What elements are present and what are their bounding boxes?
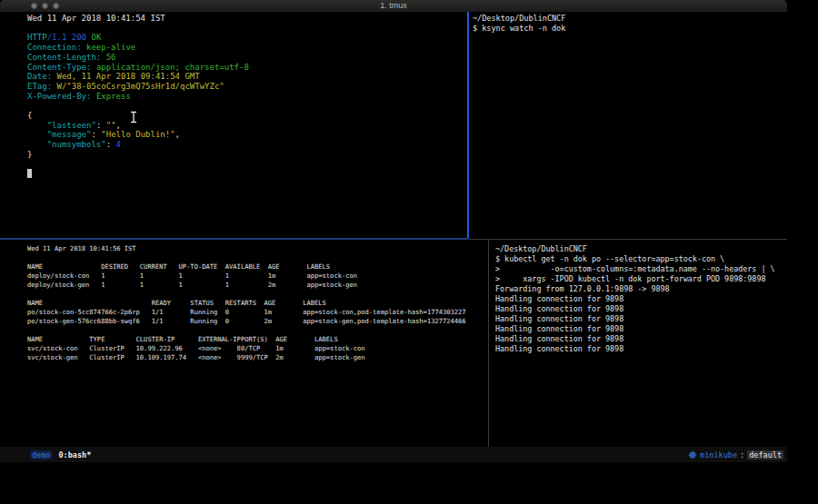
terminal-line	[27, 253, 487, 262]
status-left: demo 0:bash*	[30, 450, 91, 460]
terminal-line: {	[27, 111, 467, 121]
window-tab-bash[interactable]: 0:bash*	[58, 450, 91, 460]
terminal-line: Date: Wed, 11 Apr 2018 09:41:54 GMT	[27, 72, 467, 82]
terminal-line	[27, 290, 487, 299]
pane-divider-vertical-bottom[interactable]	[488, 240, 489, 447]
mouse-text-cursor-icon	[129, 110, 139, 123]
terminal-line: svc/stock-gen ClusterIP 10.109.197.74 <n…	[27, 353, 487, 362]
terminal-window: 1. tmux Wed 11 Apr 2018 10:41:54 IST HTT…	[0, 0, 787, 462]
terminal-line	[27, 169, 467, 179]
window-titlebar[interactable]: 1. tmux	[0, 0, 787, 13]
terminal-line: ~/Desktop/DublinCNCF	[495, 244, 784, 254]
context-separator: :	[740, 450, 744, 460]
terminal-line: po/stock-gen-576cc688bb-swqf6 1/1 Runnin…	[27, 317, 487, 326]
terminal-line: X-Powered-By: Express	[27, 92, 467, 102]
terminal-line: svc/stock-con ClusterIP 10.99.222.96 <no…	[27, 344, 487, 353]
terminal-line: Handling connection for 9898	[495, 314, 784, 324]
terminal-line: "lastseen": "",	[27, 121, 467, 131]
terminal-line: NAME DESIRED CURRENT UP-TO-DATE AVAILABL…	[27, 262, 487, 272]
terminal-line: po/stock-con-5cc874766c-2p6rp 1/1 Runnin…	[27, 308, 487, 317]
pane-divider-vertical-top[interactable]	[467, 12, 469, 239]
tmux-status-bar: demo 0:bash* minikube : default	[0, 447, 787, 462]
terminal-line: Connection: keep-alive	[27, 43, 467, 53]
terminal-line	[27, 24, 467, 34]
pane-top-left-http-response[interactable]: Wed 11 Apr 2018 10:41:54 IST HTTP/1.1 20…	[27, 14, 467, 179]
terminal-line: Handling connection for 9898	[495, 324, 784, 334]
terminal-line: > xargs -IPOD kubectl -n dok port-forwar…	[495, 274, 784, 284]
terminal-line	[27, 326, 487, 335]
terminal-line: "message": "Hello Dublin!",	[27, 130, 467, 140]
terminal-line: $ ksync watch -n dok	[473, 24, 782, 34]
terminal-line: Wed 11 Apr 2018 10:41:56 IST	[27, 244, 487, 253]
terminal-line: "numsymbols": 4	[27, 140, 467, 150]
terminal-line: deploy/stock-gen 1 1 1 1 2m app=stock-ge…	[27, 281, 487, 290]
session-name-badge: demo	[30, 450, 52, 460]
pane-bottom-right-port-forward[interactable]: ~/Desktop/DublinCNCF$ kubectl get -n dok…	[495, 244, 784, 354]
terminal-line: ~/Desktop/DublinCNCF	[473, 14, 782, 24]
terminal-line: Handling connection for 9898	[495, 344, 784, 354]
terminal-line: > -o=custom-columns=:metadata.name --no-…	[495, 264, 784, 274]
terminal-line: ETag: W/"38-05coCsrg3mQ75sHr1d/qcWTwYZc"	[27, 82, 467, 92]
terminal-line: deploy/stock-con 1 1 1 1 1m app=stock-co…	[27, 272, 487, 281]
terminal-line: Handling connection for 9898	[495, 304, 784, 314]
pane-divider-horizontal-right[interactable]	[469, 239, 787, 240]
kube-namespace-badge: default	[747, 450, 783, 460]
pane-top-right-ksync[interactable]: ~/Desktop/DublinCNCF$ ksync watch -n dok	[473, 14, 782, 34]
terminal-line: NAME READY STATUS RESTARTS AGE LABELS	[27, 299, 487, 308]
terminal-line: Wed 11 Apr 2018 10:41:54 IST	[27, 14, 467, 24]
window-title: 1. tmux	[0, 1, 787, 10]
terminal-line: NAME TYPE CLUSTER-IP EXTERNAL-IPPORT(S) …	[27, 335, 487, 344]
terminal-line: Forwarding from 127.0.0.1:9898 -> 9898	[495, 284, 784, 294]
terminal-line: Handling connection for 9898	[495, 334, 784, 344]
terminal-line	[27, 101, 467, 111]
terminal-line: Content-Type: application/json; charset=…	[27, 63, 467, 73]
terminal-line: HTTP/1.1 200 OK	[27, 33, 467, 43]
terminal-line: }	[27, 150, 467, 160]
kube-context-name: minikube	[700, 450, 737, 460]
terminal-line: $ kubectl get -n dok po --selector=app=s…	[495, 254, 784, 264]
terminal-line: Content-Length: 56	[27, 53, 467, 63]
terminal-line	[27, 160, 467, 170]
terminal-line: Handling connection for 9898	[495, 294, 784, 304]
status-right: minikube : default	[688, 450, 783, 460]
pane-bottom-left-kubectl-get[interactable]: Wed 11 Apr 2018 10:41:56 IST NAME DESIRE…	[27, 244, 487, 362]
pane-divider-horizontal-left[interactable]	[0, 238, 468, 240]
helm-wheel-icon	[688, 450, 697, 460]
